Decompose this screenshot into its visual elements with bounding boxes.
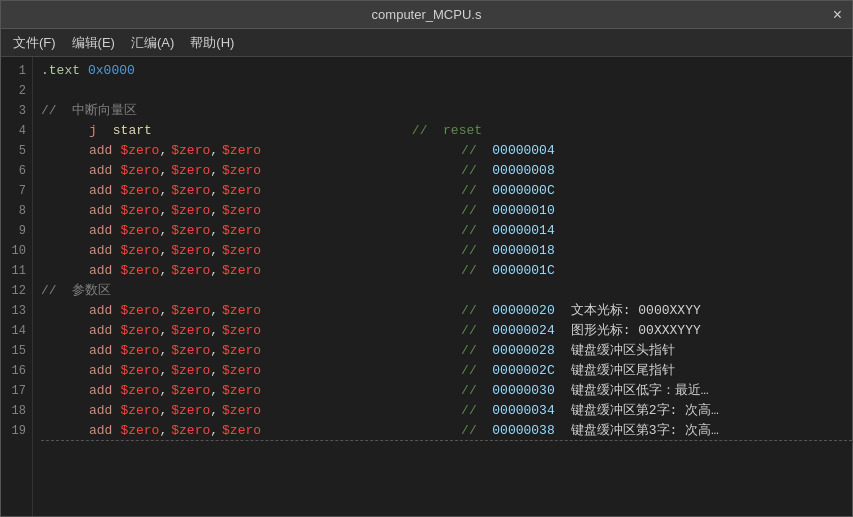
instr-add-11: add [89,261,112,281]
line-num-15: 15 [1,341,32,361]
comment-19: // 00000038 [461,421,555,441]
line-num-19: 19 [1,421,32,441]
reg-zero-10b: $zero [171,241,210,261]
code-line-6: add $zero, $zero, $zero // 00000008 [41,161,852,181]
comment-6: // 00000008 [461,161,555,181]
reg-zero-9b: $zero [171,221,210,241]
chinese-16: 键盘缓冲区尾指针 [571,361,675,381]
reg-zero-6a: $zero [120,161,159,181]
reg-zero-13a: $zero [120,301,159,321]
reg-zero-6c: $zero [222,161,261,181]
instr-add-19: add [89,421,112,441]
line-num-5: 5 [1,141,32,161]
reg-zero-19c: $zero [222,421,261,441]
menu-assemble[interactable]: 汇编(A) [123,30,182,56]
code-line-2 [41,81,852,101]
reg-zero-14a: $zero [120,321,159,341]
line-num-11: 11 [1,261,32,281]
comment-5: // 00000004 [461,141,555,161]
code-line-11: add $zero, $zero, $zero // 0000001C [41,261,852,281]
chinese-14: 图形光标: 00XXXYYY [571,321,701,341]
code-line-15: add $zero, $zero, $zero // 00000028 键盘缓冲… [41,341,852,361]
line-numbers: 1 2 3 4 5 6 7 8 9 10 11 12 13 14 15 16 1… [1,57,33,516]
reg-zero-6b: $zero [171,161,210,181]
reg-zero-16c: $zero [222,361,261,381]
address-0x0000: 0x0000 [88,61,135,81]
reg-zero-19a: $zero [120,421,159,441]
code-editor: 1 2 3 4 5 6 7 8 9 10 11 12 13 14 15 16 1… [1,57,852,516]
close-button[interactable]: × [833,7,842,23]
code-line-12: // 参数区 [41,281,852,301]
code-line-14: add $zero, $zero, $zero // 00000024 图形光标… [41,321,852,341]
reg-zero-5b: $zero [171,141,210,161]
reg-zero-14b: $zero [171,321,210,341]
chinese-15: 键盘缓冲区头指针 [571,341,675,361]
line-num-3: 3 [1,101,32,121]
reg-zero-15a: $zero [120,341,159,361]
instr-add-18: add [89,401,112,421]
chinese-17: 键盘缓冲区低字：最近… [571,381,709,401]
label-start: start [113,121,152,141]
code-line-8: add $zero, $zero, $zero // 00000010 [41,201,852,221]
reg-zero-5a: $zero [120,141,159,161]
instr-add-7: add [89,181,112,201]
comment-16: // 0000002C [461,361,555,381]
instr-add-15: add [89,341,112,361]
reg-zero-13c: $zero [222,301,261,321]
line-num-8: 8 [1,201,32,221]
menu-help[interactable]: 帮助(H) [182,30,242,56]
line-num-18: 18 [1,401,32,421]
line-num-6: 6 [1,161,32,181]
code-line-19: add $zero, $zero, $zero // 00000038 键盘缓冲… [41,421,852,441]
reg-zero-11c: $zero [222,261,261,281]
reg-zero-17c: $zero [222,381,261,401]
code-line-18: add $zero, $zero, $zero // 00000034 键盘缓冲… [41,401,852,421]
reg-zero-7b: $zero [171,181,210,201]
line-num-2: 2 [1,81,32,101]
reg-zero-9c: $zero [222,221,261,241]
reg-zero-10c: $zero [222,241,261,261]
reg-zero-11b: $zero [171,261,210,281]
code-line-5: add $zero, $zero, $zero // 00000004 [41,141,852,161]
instr-j: j [89,121,97,141]
menu-edit[interactable]: 编辑(E) [64,30,123,56]
reg-zero-8b: $zero [171,201,210,221]
line-num-7: 7 [1,181,32,201]
instr-add-16: add [89,361,112,381]
reg-zero-19b: $zero [171,421,210,441]
reg-zero-17a: $zero [120,381,159,401]
comment-7: // 0000000C [461,181,555,201]
code-line-1: .text 0x0000 [41,61,852,81]
comment-8: // 00000010 [461,201,555,221]
line-num-16: 16 [1,361,32,381]
reg-zero-8a: $zero [120,201,159,221]
line-num-13: 13 [1,301,32,321]
reg-zero-17b: $zero [171,381,210,401]
instr-add-10: add [89,241,112,261]
comment-15: // 00000028 [461,341,555,361]
instr-add-14: add [89,321,112,341]
reg-zero-14c: $zero [222,321,261,341]
main-window: computer_MCPU.s × 文件(F) 编辑(E) 汇编(A) 帮助(H… [0,0,853,517]
code-line-7: add $zero, $zero, $zero // 0000000C [41,181,852,201]
line-num-14: 14 [1,321,32,341]
menu-file[interactable]: 文件(F) [5,30,64,56]
reg-zero-16b: $zero [171,361,210,381]
reg-zero-15c: $zero [222,341,261,361]
chinese-13: 文本光标: 0000XXYY [571,301,701,321]
chinese-19: 键盘缓冲区第3字: 次高… [571,421,719,441]
line-num-10: 10 [1,241,32,261]
code-content[interactable]: .text 0x0000 // 中断向量区 j start // reset a… [33,57,852,516]
comment-18: // 00000034 [461,401,555,421]
reg-zero-18b: $zero [171,401,210,421]
instr-add-13: add [89,301,112,321]
comment-10: // 00000018 [461,241,555,261]
reg-zero-13b: $zero [171,301,210,321]
reg-zero-11a: $zero [120,261,159,281]
instr-add-8: add [89,201,112,221]
comment-interrupt: // 中断向量区 [41,101,137,121]
instr-add-5: add [89,141,112,161]
title-bar: computer_MCPU.s × [1,1,852,29]
line-num-4: 4 [1,121,32,141]
code-line-16: add $zero, $zero, $zero // 0000002C 键盘缓冲… [41,361,852,381]
